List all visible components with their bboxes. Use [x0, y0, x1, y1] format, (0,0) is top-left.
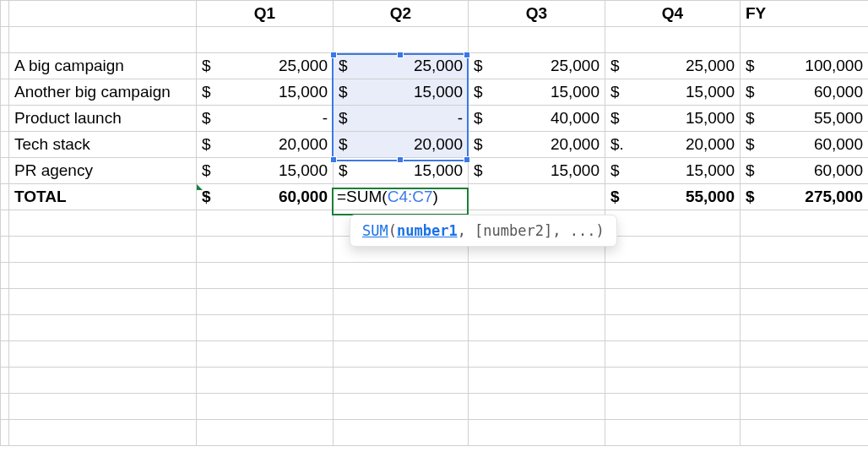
cell-value: 15,000	[551, 161, 599, 180]
cell[interactable]	[741, 27, 869, 53]
table-row: A big campaign $25,000 $25,000 $25,000 $…	[1, 53, 869, 79]
formula-eq: =	[337, 188, 346, 205]
total-q4[interactable]: $55,000	[605, 184, 741, 210]
total-q3[interactable]	[469, 184, 605, 210]
cell-fy[interactable]: $60,000	[741, 158, 869, 184]
cell-value: 15,000	[279, 83, 328, 101]
cell[interactable]	[197, 27, 334, 53]
cell-fy[interactable]: $55,000	[741, 106, 869, 132]
total-q1[interactable]: $60,000	[197, 184, 334, 210]
currency-symbol: $	[610, 109, 620, 128]
currency-symbol: $	[339, 109, 348, 128]
cell-value: 15,000	[686, 161, 735, 180]
cell[interactable]	[1, 106, 9, 132]
cell-q3[interactable]: $15,000	[469, 79, 605, 106]
cell[interactable]	[1, 132, 9, 158]
currency-symbol: $	[746, 135, 755, 154]
formula-ref: C4:C7	[388, 188, 433, 205]
cell-q2[interactable]: $20,000	[334, 132, 469, 158]
tooltip-arg1[interactable]: number1	[397, 222, 458, 239]
cell[interactable]	[9, 1, 197, 27]
header-q2[interactable]: Q2	[334, 1, 469, 27]
currency-symbol: $	[610, 57, 620, 75]
cell-fy[interactable]: $60,000	[741, 79, 869, 106]
spreadsheet[interactable]: Q1 Q2 Q3 Q4 FY A big campaign $25,000 $2…	[0, 0, 868, 463]
row-label[interactable]: PR agency	[9, 158, 197, 184]
cell-q2[interactable]: $15,000	[334, 79, 469, 106]
cell-value: 60,000	[814, 161, 863, 180]
cell-q1[interactable]: $-	[197, 106, 334, 132]
currency-symbol: $	[746, 109, 755, 128]
cell-q1[interactable]: $20,000	[197, 132, 334, 158]
header-q1[interactable]: Q1	[197, 1, 334, 27]
cell-value: 20,000	[414, 135, 463, 154]
cell-value: 15,000	[414, 161, 463, 180]
cell[interactable]	[605, 27, 741, 53]
header-row: Q1 Q2 Q3 Q4 FY	[1, 1, 869, 27]
cell-q2[interactable]: $15,000	[334, 158, 469, 184]
cell-q3[interactable]: $20,000	[469, 132, 605, 158]
row-label[interactable]: A big campaign	[9, 53, 197, 79]
header-q4[interactable]: Q4	[605, 1, 741, 27]
formula-close: )	[433, 188, 438, 205]
formula-fn: SUM	[346, 188, 382, 205]
cell[interactable]	[1, 184, 9, 210]
table-row: PR agency $15,000 $15,000 $15,000 $15,00…	[1, 158, 869, 184]
currency-symbol: $	[202, 83, 211, 101]
currency-symbol: $	[610, 188, 620, 206]
total-label[interactable]: TOTAL	[9, 184, 197, 210]
cell-value: 25,000	[551, 57, 599, 75]
tooltip-fn[interactable]: SUM	[362, 222, 388, 239]
cell-q2[interactable]: $25,000	[334, 53, 469, 79]
row-label[interactable]: Product launch	[9, 106, 197, 132]
row-label[interactable]: Another big campaign	[9, 79, 197, 106]
cell-value: 100,000	[805, 57, 863, 75]
currency-symbol: $	[202, 57, 211, 75]
cell[interactable]	[334, 27, 469, 53]
cell-value: 40,000	[551, 109, 599, 128]
cell[interactable]	[1, 1, 9, 27]
currency-symbol: $	[202, 161, 211, 180]
currency-symbol: $.	[610, 135, 624, 154]
cell-value: -	[458, 109, 463, 128]
currency-symbol: $	[610, 161, 620, 180]
total-fy[interactable]: $275,000	[741, 184, 869, 210]
currency-symbol: $	[474, 57, 483, 75]
cell[interactable]	[1, 53, 9, 79]
cell-q2[interactable]: $-	[334, 106, 469, 132]
cell-q4[interactable]: $25,000	[605, 53, 741, 79]
cell-fy[interactable]: $100,000	[741, 53, 869, 79]
currency-symbol: $	[202, 188, 211, 206]
cell-fy[interactable]: $60,000	[741, 132, 869, 158]
header-fy[interactable]: FY	[741, 1, 869, 27]
cell-q4[interactable]: $.20,000	[605, 132, 741, 158]
cell-q3[interactable]: $40,000	[469, 106, 605, 132]
active-formula-cell[interactable]: =SUM(C4:C7)	[334, 184, 469, 210]
cell-value: 15,000	[686, 83, 735, 101]
cell-q1[interactable]: $15,000	[197, 158, 334, 184]
cell-q3[interactable]: $15,000	[469, 158, 605, 184]
cell-value: 20,000	[686, 135, 735, 154]
cell[interactable]	[1, 79, 9, 106]
cell-q3[interactable]: $25,000	[469, 53, 605, 79]
cell[interactable]	[469, 27, 605, 53]
cell-q4[interactable]: $15,000	[605, 158, 741, 184]
cell-value: 25,000	[686, 57, 735, 75]
cell-value: 15,000	[414, 83, 463, 101]
formula-tooltip[interactable]: SUM(number1, [number2], ...)	[350, 215, 617, 247]
cell-q4[interactable]: $15,000	[605, 79, 741, 106]
cell-value: 25,000	[414, 57, 463, 75]
header-q3[interactable]: Q3	[469, 1, 605, 27]
cell-value: 15,000	[551, 83, 599, 101]
cell[interactable]	[9, 27, 197, 53]
cell-q1[interactable]: $25,000	[197, 53, 334, 79]
cell[interactable]	[1, 158, 9, 184]
currency-symbol: $	[339, 161, 348, 180]
cell-q4[interactable]: $15,000	[605, 106, 741, 132]
cell-q1[interactable]: $15,000	[197, 79, 334, 106]
row-label[interactable]: Tech stack	[9, 132, 197, 158]
currency-symbol: $	[746, 57, 755, 75]
cell-value: 55,000	[686, 188, 735, 206]
cell[interactable]	[1, 27, 9, 53]
currency-symbol: $	[474, 83, 483, 101]
